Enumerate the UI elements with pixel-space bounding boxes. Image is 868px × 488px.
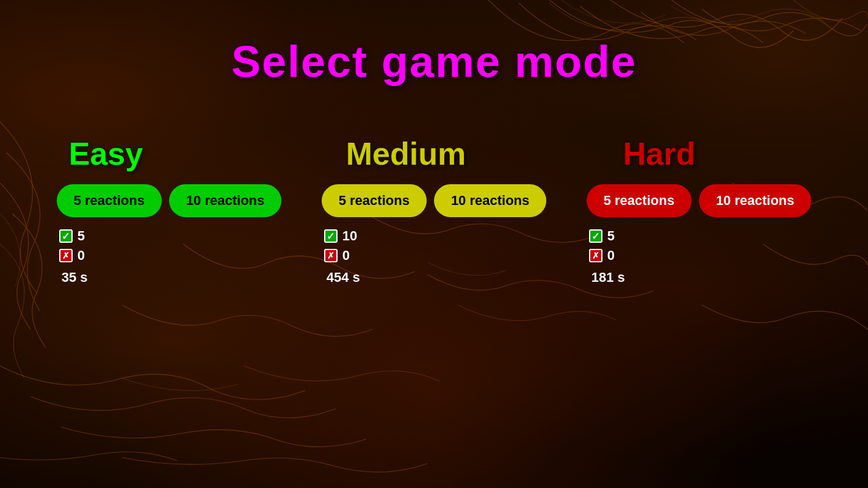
correct-value: 5 (607, 228, 615, 244)
stats-easy: ✓5✗035 s (59, 228, 88, 285)
correct-value: 5 (78, 228, 85, 244)
btn-hard-5-reactions[interactable]: 5 reactions (587, 184, 692, 217)
wrong-value: 0 (607, 248, 615, 264)
mode-column-easy: Easy5 reactions10 reactions✓5✗035 s (57, 135, 282, 285)
wrong-stat-hard: ✗0 (589, 248, 625, 264)
page-title: Select game mode (231, 37, 637, 87)
wrong-value: 0 (78, 248, 85, 264)
correct-stat-medium: ✓10 (324, 228, 360, 244)
buttons-row-medium: 5 reactions10 reactions (322, 184, 547, 217)
wrong-stat-medium: ✗0 (324, 248, 360, 264)
btn-easy-5-reactions[interactable]: 5 reactions (57, 184, 162, 217)
check-correct-icon: ✓ (59, 229, 73, 243)
buttons-row-easy: 5 reactions10 reactions (57, 184, 282, 217)
wrong-stat-easy: ✗0 (59, 248, 88, 264)
mode-label-medium: Medium (346, 135, 466, 172)
time-stat-easy: 35 s (62, 270, 88, 285)
stats-medium: ✓10✗0454 s (324, 228, 360, 285)
correct-stat-hard: ✓5 (589, 228, 625, 244)
check-wrong-icon: ✗ (589, 249, 602, 262)
modes-container: Easy5 reactions10 reactions✓5✗035 sMediu… (0, 135, 868, 285)
time-stat-hard: 181 s (591, 270, 625, 285)
mode-column-medium: Medium5 reactions10 reactions✓10✗0454 s (322, 135, 547, 285)
time-stat-medium: 454 s (327, 270, 360, 285)
btn-medium-5-reactions[interactable]: 5 reactions (322, 184, 427, 217)
btn-hard-10-reactions[interactable]: 10 reactions (699, 184, 811, 217)
check-correct-icon: ✓ (589, 229, 602, 243)
correct-value: 10 (342, 228, 357, 244)
correct-stat-easy: ✓5 (59, 228, 88, 244)
check-correct-icon: ✓ (324, 229, 338, 243)
stats-hard: ✓5✗0181 s (589, 228, 625, 285)
mode-column-hard: Hard5 reactions10 reactions✓5✗0181 s (587, 135, 812, 285)
buttons-row-hard: 5 reactions10 reactions (587, 184, 812, 217)
main-content: Select game mode Easy5 reactions10 react… (0, 0, 868, 488)
check-wrong-icon: ✗ (59, 249, 73, 262)
mode-label-easy: Easy (69, 135, 143, 172)
btn-easy-10-reactions[interactable]: 10 reactions (169, 184, 281, 217)
btn-medium-10-reactions[interactable]: 10 reactions (434, 184, 546, 217)
check-wrong-icon: ✗ (324, 249, 338, 262)
mode-label-hard: Hard (623, 135, 695, 172)
wrong-value: 0 (342, 248, 350, 264)
